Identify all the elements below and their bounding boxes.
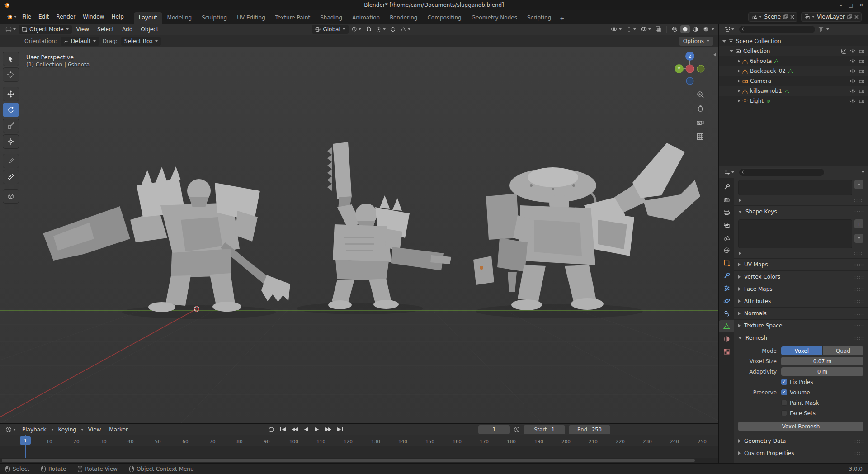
menu-playback[interactable]: Playback — [19, 425, 50, 434]
render-visibility-camera-icon[interactable] — [859, 89, 864, 93]
select-box-tool[interactable] — [3, 52, 19, 66]
shape-key-specials-button[interactable] — [854, 234, 863, 243]
preview-range-clock-icon[interactable] — [514, 427, 520, 433]
timeline-editor-type-button[interactable] — [4, 426, 18, 434]
new-scene-icon[interactable] — [783, 14, 788, 19]
end-frame-field[interactable]: End 250 — [569, 425, 610, 434]
expand-icon[interactable] — [738, 89, 740, 93]
outliner-row-scene-collection[interactable]: Scene Collection — [719, 36, 868, 46]
tab-view-layer[interactable] — [719, 219, 734, 231]
annotate-tool[interactable] — [3, 154, 19, 168]
menu-timeline-view[interactable]: View — [85, 425, 104, 434]
chevron-down-icon[interactable] — [826, 28, 829, 30]
camera-view-button[interactable] — [695, 118, 705, 128]
jump-to-start-button[interactable] — [280, 427, 286, 432]
shading-wireframe-button[interactable] — [670, 25, 679, 33]
expand-icon[interactable] — [730, 50, 733, 52]
render-visibility-camera-icon[interactable] — [859, 79, 864, 83]
voxel-size-field[interactable]: 0.07 m — [781, 357, 863, 365]
panel-attributes[interactable]: Attributes — [734, 295, 868, 307]
ork-model-2[interactable] — [327, 142, 451, 309]
auto-keying-button[interactable] — [268, 427, 274, 433]
current-frame-field[interactable]: 1 — [478, 425, 510, 434]
menu-object[interactable]: Object — [137, 25, 162, 34]
playhead-marker[interactable]: 1 — [20, 436, 31, 445]
transform-orientation-dropdown[interactable]: Global — [312, 25, 348, 34]
panel-remesh[interactable]: Remesh — [734, 332, 868, 344]
tab-texture[interactable] — [719, 346, 734, 358]
timeline-ruler[interactable]: 10 20 30 40 50 60 70 80 90 100 110 120 1… — [0, 435, 718, 446]
add-shape-key-button[interactable]: + — [854, 219, 863, 228]
hide-eye-icon[interactable] — [849, 49, 856, 53]
ork-model-3[interactable] — [473, 143, 700, 310]
outliner-row-object[interactable]: Light — [719, 96, 868, 106]
show-gizmo-dropdown[interactable] — [624, 25, 638, 33]
tab-world[interactable] — [719, 244, 734, 256]
tab-render[interactable] — [719, 194, 734, 206]
tab-texture-paint[interactable]: Texture Paint — [270, 12, 315, 24]
menu-help[interactable]: Help — [108, 12, 127, 21]
object-type-visibility-dropdown[interactable] — [609, 26, 623, 33]
prev-keyframe-button[interactable] — [292, 427, 298, 432]
menu-render[interactable]: Render — [52, 12, 79, 21]
panel-texture-space[interactable]: Texture Space — [734, 319, 868, 332]
proportional-editing-toggle[interactable] — [388, 26, 397, 33]
add-cube-tool[interactable] — [3, 189, 19, 204]
tab-sculpting[interactable]: Sculpting — [197, 12, 232, 24]
scale-tool[interactable] — [3, 118, 19, 133]
menu-keying[interactable]: Keying — [55, 425, 80, 434]
tab-object-data[interactable] — [719, 320, 734, 332]
tab-output[interactable] — [719, 206, 734, 218]
pan-hand-button[interactable] — [695, 104, 705, 114]
menu-marker[interactable]: Marker — [105, 425, 131, 434]
outliner-row-object[interactable]: killsawnob1 — [719, 86, 868, 96]
panel-shape-keys[interactable]: Shape Keys — [734, 205, 868, 218]
add-workspace-button[interactable]: + — [556, 14, 568, 24]
panel-vertex-colors[interactable]: Vertex Colors — [734, 270, 868, 283]
3d-viewport[interactable]: User Perspective (1) Collection | 6shoot… — [0, 47, 718, 423]
checkbox-icon[interactable] — [841, 49, 846, 54]
mode-quad-button[interactable]: Quad — [823, 346, 864, 355]
sidebar-toggle-arrow[interactable] — [713, 52, 717, 57]
hide-eye-icon[interactable] — [849, 99, 856, 103]
orientation-dropdown[interactable]: Default — [61, 37, 99, 46]
move-tool[interactable] — [3, 87, 19, 101]
expand-icon[interactable] — [738, 99, 740, 103]
expand-icon[interactable] — [738, 59, 740, 63]
voxel-remesh-button[interactable]: Voxel Remesh — [738, 422, 863, 431]
render-visibility-camera-icon[interactable] — [859, 59, 864, 63]
shading-material-button[interactable] — [691, 25, 700, 33]
menu-add[interactable]: Add — [118, 25, 136, 34]
expand-icon[interactable] — [739, 251, 741, 255]
tab-material[interactable] — [719, 333, 734, 345]
tab-layout[interactable]: Layout — [134, 12, 162, 24]
scene-selector[interactable]: Scene — [748, 12, 797, 22]
tab-geometry-nodes[interactable]: Geometry Nodes — [467, 12, 522, 24]
outliner-row-collection[interactable]: Collection — [719, 46, 868, 56]
properties-editor-type-button[interactable] — [722, 169, 736, 176]
start-frame-field[interactable]: Start 1 — [524, 425, 565, 434]
vertex-groups-specials-button[interactable] — [854, 180, 863, 189]
unlink-scene-icon[interactable] — [790, 15, 794, 19]
fix-poles-checkbox[interactable] — [781, 379, 787, 385]
outliner-row-object[interactable]: 6shoota — [719, 56, 868, 66]
expand-icon[interactable] — [738, 69, 740, 73]
navigation-gizmo[interactable]: Z Y — [673, 50, 707, 85]
pivot-point-dropdown[interactable] — [349, 25, 363, 33]
show-overlays-dropdown[interactable] — [639, 26, 653, 33]
expand-icon[interactable] — [738, 79, 740, 83]
tab-constraints[interactable] — [719, 308, 734, 320]
timeline-body[interactable]: 10 20 30 40 50 60 70 80 90 100 110 120 1… — [0, 435, 718, 458]
shading-rendered-button[interactable] — [701, 25, 711, 33]
panel-uv-maps[interactable]: UV Maps — [734, 258, 868, 270]
panel-custom-properties[interactable]: Custom Properties — [734, 447, 868, 459]
preserve-volume-checkbox[interactable] — [781, 389, 787, 395]
ork-model-1[interactable] — [43, 166, 290, 312]
hide-eye-icon[interactable] — [849, 79, 856, 83]
vertex-groups-list[interactable] — [738, 180, 852, 195]
tab-tool[interactable] — [719, 181, 734, 193]
transform-tool[interactable] — [3, 134, 19, 149]
shading-dropdown-chevron[interactable] — [712, 28, 714, 30]
toggle-xray-button[interactable] — [654, 25, 663, 33]
ortho-grid-button[interactable] — [695, 132, 705, 142]
